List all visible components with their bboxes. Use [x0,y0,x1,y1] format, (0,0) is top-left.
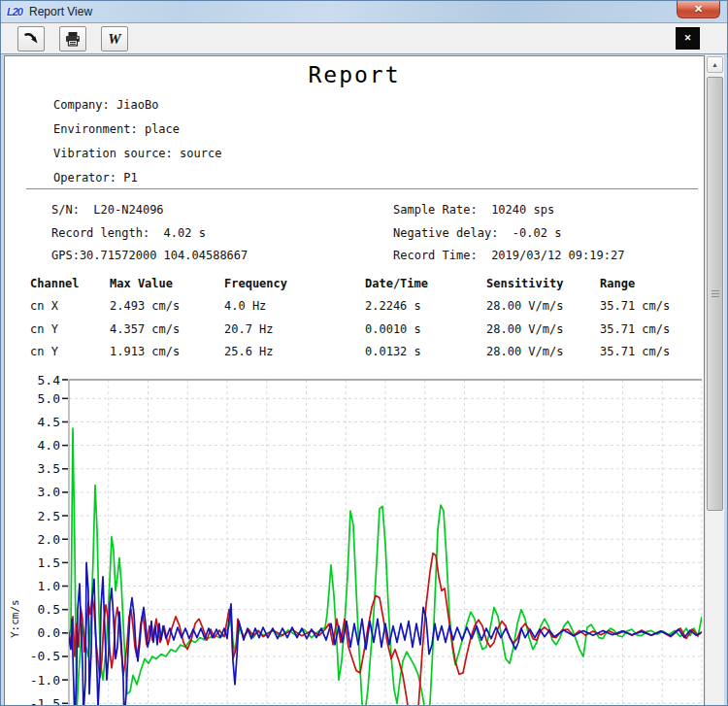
table-cell: 28.00 V/m/s [486,299,600,313]
chart-wrap: 5.45.04.54.03.53.02.52.01.51.00.50.0-0.5… [5,371,705,705]
table-cell: 35.71 cm/s [600,322,696,336]
vertical-scrollbar[interactable]: ▲ [705,55,724,705]
details-right-column: Sample Rate: 10240 spsNegative delay: -0… [393,199,624,268]
table-header-cell: Channel [30,277,110,290]
title-bar[interactable]: L20 Report View ✕ [1,1,727,23]
report-view-window: L20 Report View ✕ [0,0,728,706]
separator-line [26,188,698,189]
y-tick-label: 1.5 [38,555,60,570]
toolbar: W ✕ [1,23,727,54]
detail-line: S/N: L20-N24096 [51,199,248,222]
table-cell: cn Y [30,322,110,336]
y-tick-label: -0.5 [30,649,60,663]
detail-line: GPS:30.71572000 104.04588667 [51,245,248,268]
y-tick-label: 5.4 [38,373,61,387]
table-cell: cn X [30,299,110,313]
y-tick-label: 5.0 [38,391,60,406]
table-header-cell: Max Value [110,277,224,290]
table-cell: 1.913 cm/s [110,345,224,358]
y-tick-label: 1.0 [38,579,60,593]
table-header-cell: Range [600,277,696,290]
table-header-cell: Sensitivity [486,277,600,290]
table-cell: 0.0010 s [365,322,486,336]
table-cell: 20.7 Hz [224,322,365,336]
window-close-button[interactable]: ✕ [677,1,720,18]
table-cell: 2.493 cm/s [110,299,224,313]
detail-line: Sample Rate: 10240 sps [393,199,624,222]
curved-arrow-icon [22,30,40,48]
info-line: Company: JiaoBo [53,93,221,118]
scrollbar-thumb[interactable] [707,77,723,511]
table-cell: 0.0132 s [365,345,486,358]
y-tick-label: 0.5 [38,602,60,617]
table-cell: cn Y [30,345,110,358]
report-page: Report Company: JiaoBoEnvironment: place… [4,55,705,705]
detail-line: Negative delay: -0.02 s [393,222,624,246]
channel-table: ChannelMax ValueFrequencyDate/TimeSensit… [30,272,696,363]
details-left-column: S/N: L20-N24096Record length: 4.02 sGPS:… [51,199,248,268]
detail-line: Record length: 4.02 s [51,222,248,246]
table-cell: 4.0 Hz [224,299,365,313]
detail-line: Record Time: 2019/03/12 09:19:27 [393,245,624,268]
word-export-button[interactable]: W [101,26,128,51]
export-button[interactable] [17,26,45,51]
y-axis-label: Y:cm/s [9,599,21,638]
window-title: Report View [29,5,92,18]
y-tick-label: 2.5 [38,509,60,523]
table-cell: 4.357 cm/s [110,322,224,336]
table-cell: 35.71 cm/s [600,345,696,358]
y-tick-label: -1.5 [30,696,60,705]
report-info-block: Company: JiaoBoEnvironment: placeVibrati… [53,93,221,190]
printer-icon [64,30,82,48]
table-row: cn Y4.357 cm/s20.7 Hz0.0010 s28.00 V/m/s… [30,318,696,341]
table-cell: 2.2246 s [365,299,486,313]
y-tick-label: 4.5 [38,415,60,429]
table-row: cn Y1.913 cm/s25.6 Hz0.0132 s28.00 V/m/s… [30,341,696,364]
y-tick-label: -1.0 [30,673,60,688]
table-cell: 25.6 Hz [224,345,365,358]
scrollbar-up-button[interactable]: ▲ [707,56,723,73]
table-header-cell: Frequency [224,277,365,290]
y-tick-label: 4.0 [38,438,60,453]
report-title: Report [5,62,704,87]
info-line: Environment: place [53,118,221,142]
info-line: Vibration source: source [53,142,221,166]
table-cell: 35.71 cm/s [600,299,696,313]
window-frame-edge [724,55,727,705]
table-cell: 28.00 V/m/s [486,322,600,336]
y-tick-label: 2.0 [38,532,60,547]
table-row: cn X2.493 cm/s4.0 Hz2.2246 s28.00 V/m/s3… [30,295,696,319]
scrollbar-grip [711,290,719,298]
app-icon: L20 [7,6,22,17]
vibration-chart: 5.45.04.54.03.53.02.52.01.51.00.50.0-0.5… [5,371,705,705]
y-tick-label: 0.0 [38,625,60,640]
y-tick-label: 3.0 [38,485,60,499]
table-header-cell: Date/Time [365,277,486,290]
word-icon: W [108,31,120,48]
table-cell: 28.00 V/m/s [486,345,600,358]
content-area: Report Company: JiaoBoEnvironment: place… [1,55,727,705]
print-button[interactable] [59,26,86,51]
info-line: Operator: P1 [53,166,221,190]
table-header-row: ChannelMax ValueFrequencyDate/TimeSensit… [30,272,696,295]
y-tick-label: 3.5 [38,461,60,476]
report-close-button[interactable]: ✕ [676,27,700,50]
